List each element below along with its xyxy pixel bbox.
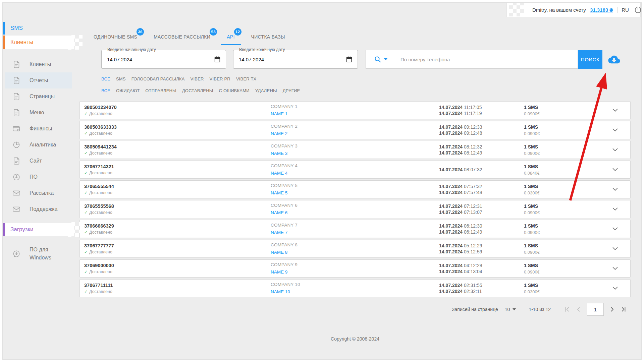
channel-filter-chip[interactable]: ГОЛОСОВАЯ РАССЫЛКА: [131, 76, 185, 81]
sender-name-link[interactable]: NAME 3: [271, 151, 287, 156]
status-filter-bar: ВСЕОЖИДАЮТОТПРАВЛЕНЫДОСТАВЛЕНЫС ОШИБКАМИ…: [101, 88, 631, 93]
tab[interactable]: ОДИНОЧНЫЕ SMS 36: [88, 25, 143, 45]
per-page-select[interactable]: 10: [505, 307, 516, 312]
prev-page-button[interactable]: [573, 304, 584, 315]
expand-chevron-icon[interactable]: [611, 245, 619, 253]
expand-chevron-icon[interactable]: [611, 126, 619, 134]
channel-filter-chip[interactable]: VIBER TX: [236, 76, 257, 81]
page-number-box[interactable]: [587, 303, 604, 316]
sidebar-item[interactable]: Страницы: [5, 88, 72, 105]
sms-count: 1 SMS: [524, 184, 600, 189]
sidebar-section-downloads[interactable]: Загрузки: [2, 223, 74, 236]
phone-number: 380501234070: [84, 105, 271, 110]
sidebar-item-label: Сайт: [30, 158, 42, 164]
channel-filter-chip[interactable]: VIBER: [191, 76, 204, 81]
delivery-status: ✓Доставлено: [84, 111, 271, 116]
channel-filter-chip[interactable]: ВСЕ: [101, 76, 110, 81]
message-row: 380509441234 ✓Доставлено COMPANY 3 NAME …: [79, 141, 631, 159]
calendar-icon[interactable]: [345, 55, 354, 64]
sidebar-item-label: Финансы: [30, 126, 52, 132]
sms-price: 0.0900€: [524, 250, 600, 255]
sidebar-section-sms-label: SMS: [10, 25, 23, 32]
filter-bar: Введите начальную дату Введите конечную …: [101, 50, 631, 69]
sender-cell: COMPANY 5 NAME 5: [271, 183, 439, 196]
sender-name-link[interactable]: NAME 9: [271, 269, 287, 275]
calendar-icon[interactable]: [213, 55, 222, 64]
sidebar-item[interactable]: Аналитика: [5, 137, 72, 153]
logout-power-icon[interactable]: [634, 6, 642, 14]
sidebar-item[interactable]: Поддержка: [5, 201, 72, 217]
tab[interactable]: API 12: [221, 25, 240, 45]
tab[interactable]: МАССОВЫЕ РАССЫЛКИ 53: [148, 25, 216, 45]
sender-name-link[interactable]: NAME 8: [271, 250, 287, 255]
channel-filter-chip[interactable]: VIBER PR: [210, 76, 230, 81]
sender-name-link[interactable]: NAME 1: [271, 111, 287, 116]
sender-cell: COMPANY 3 NAME 3: [271, 143, 439, 156]
status-filter-chip[interactable]: ОТПРАВЛЕНЫ: [145, 88, 176, 93]
page-number-input[interactable]: [587, 307, 603, 312]
cost-cell: 1 SMS 0.0900€: [524, 203, 600, 215]
sidebar-section-clients[interactable]: Клиенты: [2, 36, 74, 49]
pie-chart-icon: [12, 140, 21, 149]
search-type-select[interactable]: [366, 50, 395, 68]
expand-chevron-icon[interactable]: [611, 166, 619, 174]
balance-link[interactable]: 31,3183 ₴: [590, 7, 613, 13]
expand-chevron-icon[interactable]: [611, 205, 619, 213]
datetime-cell: 14.07.2024 07:57:32 14.07.2024 07:57:48: [439, 183, 524, 195]
sender-name-link[interactable]: NAME 2: [271, 131, 287, 136]
sidebar-item[interactable]: Сайт: [5, 153, 72, 169]
channel-filter-chip[interactable]: SMS: [116, 76, 126, 81]
sidebar-item[interactable]: Клиенты: [5, 56, 72, 72]
sidebar-section-sms[interactable]: SMS: [2, 22, 74, 35]
expand-chevron-icon[interactable]: [611, 225, 619, 233]
status-filter-chip[interactable]: УДАЛЕНЫ: [255, 88, 277, 93]
status-filter-chip[interactable]: ВСЕ: [101, 88, 110, 93]
footer: Copyright © 2008-2024: [79, 336, 631, 342]
date-to-input[interactable]: [239, 57, 345, 62]
check-icon: ✓: [84, 230, 88, 235]
per-page-label: Записей на странице: [452, 307, 498, 312]
expand-chevron-icon[interactable]: [611, 106, 619, 114]
datetime-cell: 14.07.2024 08:12:32 14.07.2024 08:12:49: [439, 144, 524, 156]
pixel-decoration: [68, 222, 83, 239]
date-to-field[interactable]: Введите конечную дату: [233, 50, 358, 69]
sender-name-link[interactable]: NAME 4: [271, 171, 287, 176]
sidebar-item[interactable]: Отчеты: [5, 72, 72, 88]
search-button[interactable]: ПОИСК: [578, 50, 602, 69]
expand-chevron-icon[interactable]: [611, 264, 619, 273]
cloud-download-icon[interactable]: [607, 54, 622, 67]
next-page-button[interactable]: [606, 304, 618, 315]
expand-chevron-icon[interactable]: [611, 146, 619, 154]
sms-count: 1 SMS: [524, 223, 600, 229]
sender-name-link[interactable]: NAME 5: [271, 190, 287, 195]
date-from-input[interactable]: [107, 57, 213, 62]
expand-chevron-icon[interactable]: [611, 185, 619, 193]
search-input[interactable]: [395, 50, 578, 68]
first-page-button[interactable]: [561, 304, 573, 315]
sender-name-link[interactable]: NAME 10: [271, 289, 290, 294]
status-filter-chip[interactable]: ОЖИДАЮТ: [116, 88, 140, 93]
phone-number: 37069000000: [84, 263, 271, 268]
status-filter-chip[interactable]: ДОСТАВЛЕНЫ: [182, 88, 213, 93]
sms-price: 0.0300€: [524, 289, 600, 294]
sidebar-item[interactable]: ПО для Windows: [5, 243, 72, 264]
flag-ru-icon[interactable]: [617, 7, 618, 13]
status-filter-chip[interactable]: ДРУГИЕ: [283, 88, 300, 93]
sidebar-item[interactable]: Финансы: [5, 121, 72, 137]
sidebar-item[interactable]: Меню: [5, 105, 72, 121]
status-filter-chip[interactable]: С ОШИБКАМИ: [219, 88, 250, 93]
message-row: 37066666329 ✓Доставлено COMPANY 7 NAME 7…: [79, 220, 631, 238]
check-icon: ✓: [84, 131, 88, 136]
tab[interactable]: ЧИСТКА БАЗЫ: [245, 25, 291, 45]
wallet-icon: [12, 124, 21, 133]
sidebar-item[interactable]: Рассылка: [5, 185, 72, 201]
date-from-field[interactable]: Введите начальную дату: [101, 50, 226, 69]
sidebar-item-label: Страницы: [30, 94, 55, 100]
sender-name-link[interactable]: NAME 6: [271, 210, 287, 215]
language-label[interactable]: RU: [622, 7, 629, 13]
sender-name-link[interactable]: NAME 7: [271, 230, 287, 235]
sidebar-item[interactable]: ПО: [5, 169, 72, 185]
status-label: Доставлено: [89, 111, 112, 116]
last-page-button[interactable]: [618, 304, 629, 315]
expand-chevron-icon[interactable]: [611, 284, 619, 292]
